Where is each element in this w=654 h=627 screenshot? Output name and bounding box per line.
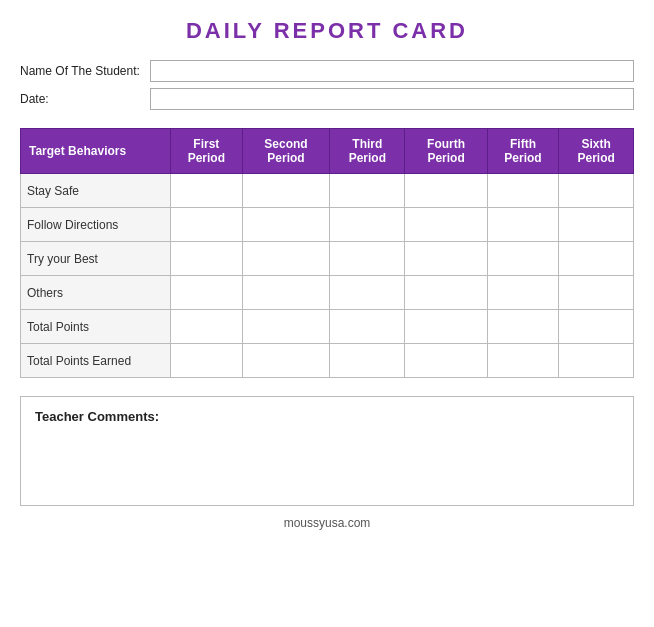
table-row: Total Points Earned bbox=[21, 344, 634, 378]
data-cell-5-2[interactable] bbox=[330, 344, 405, 378]
data-cell-1-1[interactable] bbox=[242, 208, 330, 242]
data-cell-0-0[interactable] bbox=[171, 174, 243, 208]
data-cell-1-2[interactable] bbox=[330, 208, 405, 242]
data-cell-3-2[interactable] bbox=[330, 276, 405, 310]
col-header-behaviors: Target Behaviors bbox=[21, 129, 171, 174]
data-cell-1-5[interactable] bbox=[559, 208, 634, 242]
data-cell-3-1[interactable] bbox=[242, 276, 330, 310]
info-section: Name Of The Student: Date: bbox=[20, 60, 634, 110]
data-cell-4-4[interactable] bbox=[487, 310, 559, 344]
col-header-sixth-period: Sixth Period bbox=[559, 129, 634, 174]
data-cell-5-5[interactable] bbox=[559, 344, 634, 378]
data-cell-5-1[interactable] bbox=[242, 344, 330, 378]
table-header-row: Target Behaviors First Period Second Per… bbox=[21, 129, 634, 174]
data-cell-0-5[interactable] bbox=[559, 174, 634, 208]
data-cell-5-0[interactable] bbox=[171, 344, 243, 378]
data-cell-0-1[interactable] bbox=[242, 174, 330, 208]
data-cell-2-5[interactable] bbox=[559, 242, 634, 276]
data-cell-4-5[interactable] bbox=[559, 310, 634, 344]
data-cell-3-4[interactable] bbox=[487, 276, 559, 310]
data-cell-4-0[interactable] bbox=[171, 310, 243, 344]
data-cell-2-3[interactable] bbox=[405, 242, 487, 276]
data-cell-2-0[interactable] bbox=[171, 242, 243, 276]
table-row: Total Points bbox=[21, 310, 634, 344]
row-label-5: Total Points Earned bbox=[21, 344, 171, 378]
data-cell-3-0[interactable] bbox=[171, 276, 243, 310]
footer: moussyusa.com bbox=[20, 516, 634, 530]
data-cell-1-3[interactable] bbox=[405, 208, 487, 242]
date-label: Date: bbox=[20, 92, 150, 106]
data-cell-2-1[interactable] bbox=[242, 242, 330, 276]
student-name-row: Name Of The Student: bbox=[20, 60, 634, 82]
comments-label: Teacher Comments: bbox=[35, 409, 619, 424]
student-name-label: Name Of The Student: bbox=[20, 64, 150, 78]
data-cell-5-4[interactable] bbox=[487, 344, 559, 378]
data-cell-5-3[interactable] bbox=[405, 344, 487, 378]
row-label-3: Others bbox=[21, 276, 171, 310]
page-title: DAILY REPORT CARD bbox=[20, 18, 634, 44]
col-header-fifth-period: Fifth Period bbox=[487, 129, 559, 174]
table-row: Stay Safe bbox=[21, 174, 634, 208]
data-cell-1-4[interactable] bbox=[487, 208, 559, 242]
row-label-4: Total Points bbox=[21, 310, 171, 344]
row-label-1: Follow Directions bbox=[21, 208, 171, 242]
data-cell-2-2[interactable] bbox=[330, 242, 405, 276]
data-cell-0-3[interactable] bbox=[405, 174, 487, 208]
row-label-2: Try your Best bbox=[21, 242, 171, 276]
data-cell-3-3[interactable] bbox=[405, 276, 487, 310]
data-cell-4-3[interactable] bbox=[405, 310, 487, 344]
date-row: Date: bbox=[20, 88, 634, 110]
data-cell-4-1[interactable] bbox=[242, 310, 330, 344]
data-cell-4-2[interactable] bbox=[330, 310, 405, 344]
data-cell-1-0[interactable] bbox=[171, 208, 243, 242]
data-cell-0-2[interactable] bbox=[330, 174, 405, 208]
table-row: Follow Directions bbox=[21, 208, 634, 242]
comments-box: Teacher Comments: bbox=[20, 396, 634, 506]
date-input[interactable] bbox=[150, 88, 634, 110]
table-row: Try your Best bbox=[21, 242, 634, 276]
col-header-first-period: First Period bbox=[171, 129, 243, 174]
table-row: Others bbox=[21, 276, 634, 310]
col-header-fourth-period: Fourth Period bbox=[405, 129, 487, 174]
data-cell-0-4[interactable] bbox=[487, 174, 559, 208]
data-cell-2-4[interactable] bbox=[487, 242, 559, 276]
data-cell-3-5[interactable] bbox=[559, 276, 634, 310]
student-name-input[interactable] bbox=[150, 60, 634, 82]
col-header-second-period: Second Period bbox=[242, 129, 330, 174]
row-label-0: Stay Safe bbox=[21, 174, 171, 208]
col-header-third-period: Third Period bbox=[330, 129, 405, 174]
report-table: Target Behaviors First Period Second Per… bbox=[20, 128, 634, 378]
